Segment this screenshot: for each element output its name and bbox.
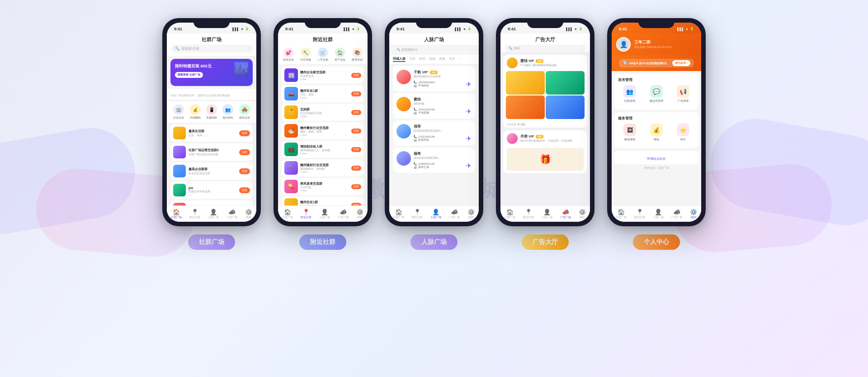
join-nearby-5[interactable]: 加群 [351,147,361,152]
send-msg-3[interactable]: ✈ [466,135,472,142]
nav3-social[interactable]: 🏠 社群广场 [393,209,404,219]
join-nearby-2[interactable]: 加群 [351,91,361,96]
list-item[interactable]: 🍜 赣州餐饮行业交流群 餐饮、团购、翡翠... 1.0km 加群 [282,122,364,139]
phone-label-5: 个人中心 [633,234,680,250]
nav3-me[interactable]: ⚙️ 我的 [467,209,475,219]
p5-station[interactable]: 申请站点站长 [614,151,698,164]
cat-car[interactable]: 🔧 汽车维修 [300,48,311,62]
nav4-people[interactable]: 👤 人脉广场 [542,209,552,219]
send-msg-4[interactable]: ✈ [466,162,472,169]
contact-card-3[interactable]: 强哥 联系获得精彩资源成功... 📞 17611562136 🏢 联系科技 [393,120,475,146]
tab-tongcheng[interactable]: 同城人脉 [393,57,406,62]
tab-food[interactable]: 美食 [439,57,445,62]
p3-search[interactable]: 🔍 搜索昵称/分 [393,46,475,53]
menu-points[interactable]: ⭐ 积分 [671,124,695,142]
list-item[interactable]: 💼 增加副业收入群 都来增加收入人、各种能... 1.0km 加群 [282,141,364,158]
phone-label-1: 社群广场 [188,234,235,250]
menu-ad-mgr[interactable]: 📢 广告管理 [671,85,695,103]
nav2-me[interactable]: ⚙️ 我的 [356,209,363,219]
ad-card-2[interactable]: 丹饼 VIP VIP 瑞华月饼分制地30年，口味多样，好友来称 🎁 [503,130,587,173]
send-msg-1[interactable]: ✈ [466,81,472,88]
p5-username: 三年二班 [634,39,697,45]
nav5-social[interactable]: 🏠 社群广场 [616,209,627,219]
list-item[interactable]: 🔨 赣州建材行业交流群 建筑建材分、各种能... 1.0km 加群 [282,159,364,177]
nav4-social[interactable]: 🏠 社群广场 [505,209,515,219]
contact-card-1[interactable]: 子航 VIP VIP 赣州领域联合分发发展 📞 18078052654 [393,66,475,91]
menu-social-mgr[interactable]: 👥 社群管理 [618,85,642,103]
nav5-me[interactable]: ⚙️ 我的 [690,209,697,219]
cat-edu[interactable]: 📚 教育培训 [352,48,363,62]
p1-search[interactable]: 🔍 搜索群名称 [171,45,252,52]
list-item[interactable]: jhh 无观众升补名适用 加群 [170,181,253,199]
join-nearby-3[interactable]: 加群 [351,110,361,115]
contact-card-4[interactable]: 搞奇 搞奇好的资源联系我... 📞 15366521136 🏢 搞奇公场 [393,148,475,173]
tab-more[interactable]: ... [459,57,462,62]
join-nearby-6[interactable]: 加群 [351,166,361,171]
nav-social[interactable]: 🏠 社群广场 [171,209,182,219]
nav-ad[interactable]: 📣 广告广场 [226,209,237,219]
menu-poster[interactable]: 🖼 微信海报 [618,124,642,142]
nav4-ad[interactable]: 📣 广告广场 [560,209,571,219]
tab-game[interactable]: 游戏 [429,57,435,62]
icon-zhibo[interactable]: 📱 直播团购 [206,104,217,120]
nav-me[interactable]: ⚙️ 我的 [245,209,252,219]
list-item[interactable]: 🚗 赣州车友1群 汽车、朋友... 1.0km 加群 [282,85,364,102]
nav2-people[interactable]: 👤 人脉广场 [319,209,330,219]
nav5-ad[interactable]: 📣 广告广场 [671,209,682,219]
cat-house[interactable]: 🏠 房产信息 [335,48,345,62]
nav5-nearby[interactable]: 📍 附近社群 [634,209,645,219]
contact-card-2[interactable]: 蜜桔 瑞桔传媒 📞 15213201546 🏢 平淘直播 [393,93,475,119]
list-item[interactable]: 趣高企业家群 企业业交流交流群 加群 [170,162,253,180]
menu-wallet[interactable]: 💰 钱包 [645,124,669,142]
p3-contacts: 子航 VIP VIP 赣州领域联合分发发展 📞 18078052654 [389,64,479,177]
tab-relax[interactable]: 休闲 [419,57,425,62]
join-btn-2[interactable]: 加群 [239,149,250,155]
list-item[interactable]: 💊 癌风患者交流群 不论不能... 1.0km 加群 [282,178,364,195]
p4-search[interactable]: 🔍 搜索 [505,45,585,52]
icon-man[interactable]: 👥 漫步相告 [222,104,233,120]
tab-music[interactable]: 音乐 [449,57,455,62]
list-item[interactable]: 社群广场运营交流群2 社群广场运营交流交流群 加群 [170,143,253,161]
cat-xianqin[interactable]: 💕 相亲交友 [283,48,294,62]
p5-vip-btn[interactable]: 成为会员 › [672,60,690,66]
nav-people[interactable]: 👤 人脉广场 [208,209,219,219]
phone-inner-2: 9:41 ▌▌▌ ▼ 🔋 附近社群 💕 相亲交友 [278,23,368,222]
ad-img-1-1 [506,71,545,95]
nav5-people[interactable]: 👤 人脉广场 [653,209,664,219]
tab-car[interactable]: 汽车 [409,57,415,62]
join-nearby-1[interactable]: 加群 [351,73,361,78]
join-btn-1[interactable]: 加群 [239,130,250,136]
send-msg-2[interactable]: ✈ [466,108,472,115]
phone-frame-4: 9:41 ▌▌▌ ▼ 🔋 广告大厅 🔍 搜索 [496,18,594,226]
list-item[interactable]: 🏢 赣州企业家交流群 企业业交流 1.0km 加群 [282,67,364,84]
bottom-nav-4: 🏠 社群广场 📍 附近社群 👤 人脉广场 📣 广告广场 [500,205,590,222]
phone-container-2: 9:41 ▌▌▌ ▼ 🔋 附近社群 💕 相亲交友 [274,18,372,250]
list-item[interactable]: 趣高生活群 生活、休闲、... 加群 [170,124,253,142]
status-time-1: 9:41 [174,27,182,31]
nav2-social[interactable]: 🏠 社群广场 [282,209,293,219]
ad-card-1[interactable]: 蜜桔 VIP VIP 平乌蜜桔 瑞桔柑橘发展精品腿 [503,55,587,128]
nav4-me[interactable]: ⚙️ 我的 [579,209,586,219]
join-nearby-7[interactable]: 加群 [351,184,361,189]
nav2-nearby[interactable]: 📍 附近社群 [301,209,311,219]
nav3-nearby[interactable]: 📍 附近社群 [412,209,423,219]
nav-nearby[interactable]: 📍 附近社群 [189,209,200,219]
nav2-ad[interactable]: 📣 广告广场 [338,209,349,219]
join-nearby-4[interactable]: 加群 [351,129,361,134]
p1-banner-btn[interactable]: 微擎搜索 社群广场 [175,72,203,78]
join-btn-4[interactable]: 加群 [239,187,250,193]
phone-container-4: 9:41 ▌▌▌ ▼ 🔋 广告大厅 🔍 搜索 [496,18,594,250]
icon-friend[interactable]: 💑 朋友交友 [239,104,250,120]
nav3-ad[interactable]: 📣 广告广场 [449,209,460,219]
nav3-people[interactable]: 👤 人脉广场 [430,209,441,219]
list-item[interactable]: 👶 宝妈群 宝宝宝妈妈宝宝群 1.0km 加群 [282,104,364,121]
p1-header: 社群广场 🔍 搜索群名称 [167,33,256,56]
p5-service-section: 服务管理 🖼 微信海报 💰 钱包 ⭐ [614,112,698,148]
icon-zhuan[interactable]: 💰 同城赚钱 [190,104,201,120]
p1-icons: 🏢 企业交流 💰 同城赚钱 📱 直播团购 👥 [167,101,256,123]
nav4-nearby[interactable]: 📍 附近社群 [523,209,534,219]
menu-wechat-mgr[interactable]: 💬 微信号管理 [645,85,669,103]
join-btn-3[interactable]: 加群 [239,168,250,174]
cat-trade[interactable]: 🛒 二手交易 [317,48,328,62]
icon-qiye[interactable]: 🏢 企业交流 [173,104,184,120]
